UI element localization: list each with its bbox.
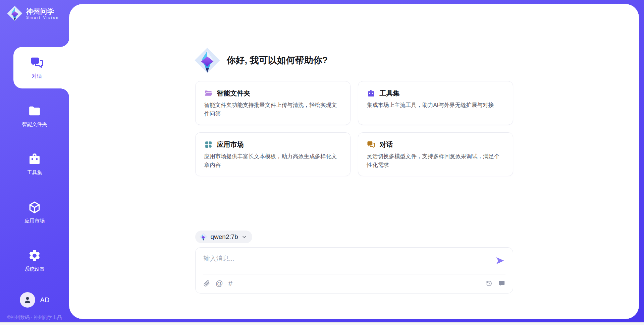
sidebar-item-smart-folder[interactable]: 智能文件夹 bbox=[0, 95, 69, 137]
hash-icon[interactable]: # bbox=[228, 280, 232, 287]
diamond-logo-icon bbox=[194, 47, 221, 74]
chat-icon bbox=[30, 56, 44, 69]
avatar[interactable] bbox=[20, 292, 35, 308]
model-selector[interactable]: qwen2:7b bbox=[195, 231, 252, 243]
brand-subtitle: Smart Vision bbox=[26, 15, 59, 19]
toolbox-icon bbox=[28, 152, 41, 166]
sidebar-item-label: 系统设置 bbox=[24, 266, 45, 272]
chevron-down-icon bbox=[241, 234, 247, 240]
horizontal-scrollbar[interactable] bbox=[0, 322, 644, 325]
diamond-logo-icon bbox=[199, 233, 207, 241]
sidebar: 神州问学 Smart Vision 对话 智能文件夹 工具集 应用市场 系统设置 bbox=[0, 0, 69, 325]
greeting: 你好, 我可以如何帮助你? bbox=[194, 47, 513, 74]
message-composer: @ # bbox=[195, 247, 513, 294]
gear-icon bbox=[28, 249, 41, 262]
comment-icon[interactable] bbox=[498, 280, 505, 287]
sidebar-item-label: 对话 bbox=[32, 73, 42, 79]
mention-icon[interactable]: @ bbox=[216, 280, 223, 287]
card-description: 灵活切换多模型文件，支持多样回复效果调试，满足个性化需求 bbox=[367, 152, 504, 169]
history-icon[interactable] bbox=[485, 280, 493, 287]
card-title: 智能文件夹 bbox=[217, 89, 251, 98]
message-input[interactable] bbox=[196, 248, 484, 273]
sidebar-item-settings[interactable]: 系统设置 bbox=[0, 240, 69, 281]
model-name: qwen2:7b bbox=[211, 233, 238, 241]
card-app-market[interactable]: 应用市场 应用市场提供丰富长文本模板，助力高效生成多样化文章内容 bbox=[195, 132, 351, 176]
sidebar-item-chat[interactable]: 对话 bbox=[13, 47, 69, 88]
sidebar-nav: 对话 智能文件夹 工具集 应用市场 系统设置 bbox=[0, 47, 69, 281]
sidebar-item-label: 应用市场 bbox=[24, 218, 45, 224]
feature-cards: 智能文件夹 智能文件夹功能支持批量文件上传与清洗，轻松实现文件问答 工具集 集成… bbox=[195, 81, 513, 176]
card-smart-folder[interactable]: 智能文件夹 智能文件夹功能支持批量文件上传与清洗，轻松实现文件问答 bbox=[195, 81, 351, 125]
sidebar-footer-text: ©神州数码 · 神州问学出品 bbox=[0, 315, 69, 321]
greeting-title: 你好, 我可以如何帮助你? bbox=[227, 54, 328, 66]
composer-toolbar: @ # bbox=[196, 274, 513, 293]
paperclip-icon[interactable] bbox=[203, 280, 210, 287]
user-profile[interactable]: AD bbox=[0, 292, 69, 308]
user-name: AD bbox=[40, 296, 50, 304]
send-icon[interactable] bbox=[495, 256, 505, 265]
cube-icon bbox=[28, 201, 41, 214]
grid-icon bbox=[204, 140, 213, 149]
card-toolset[interactable]: 工具集 集成市场上主流工具，助力AI与外界无缝扩展与对接 bbox=[358, 81, 513, 125]
chat-icon bbox=[367, 140, 375, 149]
folder-icon bbox=[28, 104, 41, 118]
card-title: 对话 bbox=[380, 140, 393, 149]
folder-open-icon bbox=[204, 89, 213, 97]
card-description: 集成市场上主流工具，助力AI与外界无缝扩展与对接 bbox=[367, 101, 504, 110]
card-description: 智能文件夹功能支持批量文件上传与清洗，轻松实现文件问答 bbox=[204, 101, 341, 118]
brand: 神州问学 Smart Vision bbox=[0, 0, 69, 21]
sidebar-item-app-market[interactable]: 应用市场 bbox=[0, 192, 69, 233]
sidebar-item-label: 智能文件夹 bbox=[22, 121, 47, 128]
avatar-person-icon bbox=[23, 296, 32, 304]
card-title: 工具集 bbox=[380, 89, 400, 98]
diamond-logo-icon bbox=[7, 5, 23, 21]
card-description: 应用市场提供丰富长文本模板，助力高效生成多样化文章内容 bbox=[204, 152, 341, 169]
sidebar-item-label: 工具集 bbox=[27, 170, 42, 176]
card-chat[interactable]: 对话 灵活切换多模型文件，支持多样回复效果调试，满足个性化需求 bbox=[358, 132, 513, 176]
main-panel: 你好, 我可以如何帮助你? 智能文件夹 智能文件夹功能支持批量文件上传与清洗，轻… bbox=[69, 4, 639, 319]
sidebar-item-toolset[interactable]: 工具集 bbox=[0, 143, 69, 185]
brand-name: 神州问学 bbox=[26, 8, 59, 15]
toolbox-icon bbox=[367, 89, 375, 97]
card-title: 应用市场 bbox=[217, 140, 244, 149]
